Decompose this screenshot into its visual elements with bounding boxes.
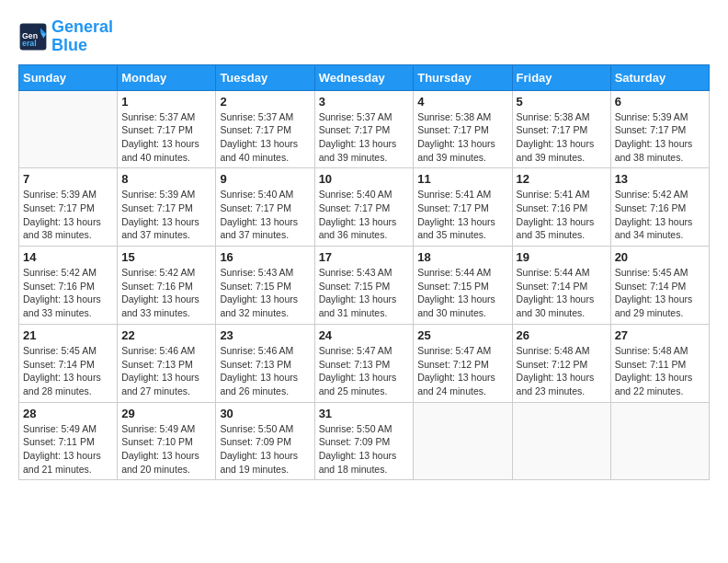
calendar-cell: 3Sunrise: 5:37 AMSunset: 7:17 PMDaylight… bbox=[314, 90, 414, 168]
day-info: Sunrise: 5:40 AMSunset: 7:17 PMDaylight:… bbox=[220, 188, 310, 242]
calendar-cell: 4Sunrise: 5:38 AMSunset: 7:17 PMDaylight… bbox=[414, 90, 512, 168]
calendar-cell: 28Sunrise: 5:49 AMSunset: 7:11 PMDayligh… bbox=[19, 402, 118, 480]
day-number: 27 bbox=[615, 328, 705, 342]
day-info: Sunrise: 5:48 AMSunset: 7:12 PMDaylight:… bbox=[517, 344, 607, 398]
day-number: 22 bbox=[121, 328, 211, 342]
day-info: Sunrise: 5:39 AMSunset: 7:17 PMDaylight:… bbox=[23, 188, 113, 242]
calendar-header: SundayMondayTuesdayWednesdayThursdayFrid… bbox=[19, 64, 710, 90]
day-info: Sunrise: 5:50 AMSunset: 7:09 PMDaylight:… bbox=[319, 422, 410, 477]
calendar-cell: 25Sunrise: 5:47 AMSunset: 7:12 PMDayligh… bbox=[414, 324, 512, 402]
calendar-cell: 1Sunrise: 5:37 AMSunset: 7:17 PMDaylight… bbox=[118, 90, 216, 168]
day-number: 24 bbox=[319, 328, 410, 342]
calendar-cell bbox=[512, 402, 610, 480]
calendar-cell: 12Sunrise: 5:41 AMSunset: 7:16 PMDayligh… bbox=[512, 168, 610, 247]
calendar-cell: 10Sunrise: 5:40 AMSunset: 7:17 PMDayligh… bbox=[314, 168, 414, 247]
day-info: Sunrise: 5:40 AMSunset: 7:17 PMDaylight:… bbox=[319, 188, 410, 242]
day-info: Sunrise: 5:43 AMSunset: 7:15 PMDaylight:… bbox=[220, 266, 310, 320]
calendar-cell: 30Sunrise: 5:50 AMSunset: 7:09 PMDayligh… bbox=[216, 402, 314, 480]
svg-text:eral: eral bbox=[22, 39, 37, 48]
weekday-header: Wednesday bbox=[314, 64, 414, 90]
weekday-header: Friday bbox=[512, 64, 610, 90]
logo: Gen eral GeneralBlue bbox=[18, 18, 113, 55]
calendar-cell: 22Sunrise: 5:46 AMSunset: 7:13 PMDayligh… bbox=[118, 324, 216, 402]
day-info: Sunrise: 5:44 AMSunset: 7:15 PMDaylight:… bbox=[417, 266, 507, 320]
calendar-cell: 7Sunrise: 5:39 AMSunset: 7:17 PMDaylight… bbox=[19, 168, 118, 247]
day-number: 13 bbox=[615, 172, 705, 186]
weekday-header: Tuesday bbox=[216, 64, 314, 90]
day-info: Sunrise: 5:37 AMSunset: 7:17 PMDaylight:… bbox=[121, 110, 211, 165]
day-number: 29 bbox=[121, 407, 211, 420]
day-number: 31 bbox=[319, 407, 410, 420]
day-info: Sunrise: 5:37 AMSunset: 7:17 PMDaylight:… bbox=[220, 110, 310, 165]
day-number: 5 bbox=[517, 95, 607, 109]
day-number: 28 bbox=[23, 407, 113, 420]
day-info: Sunrise: 5:41 AMSunset: 7:16 PMDaylight:… bbox=[517, 188, 607, 242]
calendar-cell bbox=[414, 402, 512, 480]
day-info: Sunrise: 5:38 AMSunset: 7:17 PMDaylight:… bbox=[517, 110, 607, 165]
day-number: 1 bbox=[121, 95, 211, 109]
weekday-header: Saturday bbox=[610, 64, 709, 90]
calendar-cell: 5Sunrise: 5:38 AMSunset: 7:17 PMDaylight… bbox=[512, 90, 610, 168]
calendar-cell: 11Sunrise: 5:41 AMSunset: 7:17 PMDayligh… bbox=[414, 168, 512, 247]
calendar-cell: 24Sunrise: 5:47 AMSunset: 7:13 PMDayligh… bbox=[314, 324, 414, 402]
day-number: 16 bbox=[220, 250, 310, 264]
calendar-cell: 2Sunrise: 5:37 AMSunset: 7:17 PMDaylight… bbox=[216, 90, 314, 168]
calendar-cell bbox=[19, 90, 118, 168]
day-number: 20 bbox=[615, 250, 705, 264]
day-info: Sunrise: 5:50 AMSunset: 7:09 PMDaylight:… bbox=[220, 422, 310, 477]
weekday-header: Thursday bbox=[414, 64, 512, 90]
day-info: Sunrise: 5:39 AMSunset: 7:17 PMDaylight:… bbox=[121, 188, 211, 242]
day-number: 17 bbox=[319, 250, 410, 264]
day-number: 26 bbox=[517, 328, 607, 342]
weekday-header: Monday bbox=[118, 64, 216, 90]
day-info: Sunrise: 5:39 AMSunset: 7:17 PMDaylight:… bbox=[615, 110, 705, 165]
day-info: Sunrise: 5:41 AMSunset: 7:17 PMDaylight:… bbox=[417, 188, 507, 242]
calendar-cell: 18Sunrise: 5:44 AMSunset: 7:15 PMDayligh… bbox=[414, 247, 512, 325]
day-number: 14 bbox=[23, 250, 113, 264]
day-info: Sunrise: 5:49 AMSunset: 7:10 PMDaylight:… bbox=[121, 422, 211, 477]
day-info: Sunrise: 5:46 AMSunset: 7:13 PMDaylight:… bbox=[121, 344, 211, 398]
day-info: Sunrise: 5:45 AMSunset: 7:14 PMDaylight:… bbox=[23, 344, 113, 398]
logo-icon: Gen eral bbox=[18, 22, 48, 52]
day-info: Sunrise: 5:42 AMSunset: 7:16 PMDaylight:… bbox=[23, 266, 113, 320]
day-info: Sunrise: 5:47 AMSunset: 7:12 PMDaylight:… bbox=[417, 344, 507, 398]
calendar-week-row: 7Sunrise: 5:39 AMSunset: 7:17 PMDaylight… bbox=[19, 168, 710, 247]
day-info: Sunrise: 5:37 AMSunset: 7:17 PMDaylight:… bbox=[319, 110, 410, 165]
logo-text: GeneralBlue bbox=[51, 18, 113, 55]
calendar-cell: 9Sunrise: 5:40 AMSunset: 7:17 PMDaylight… bbox=[216, 168, 314, 247]
day-info: Sunrise: 5:38 AMSunset: 7:17 PMDaylight:… bbox=[417, 110, 507, 165]
day-number: 2 bbox=[220, 95, 310, 109]
day-number: 11 bbox=[417, 172, 507, 186]
day-info: Sunrise: 5:43 AMSunset: 7:15 PMDaylight:… bbox=[319, 266, 410, 320]
weekday-header: Sunday bbox=[19, 64, 118, 90]
calendar-cell: 16Sunrise: 5:43 AMSunset: 7:15 PMDayligh… bbox=[216, 247, 314, 325]
calendar-cell: 29Sunrise: 5:49 AMSunset: 7:10 PMDayligh… bbox=[118, 402, 216, 480]
calendar-week-row: 28Sunrise: 5:49 AMSunset: 7:11 PMDayligh… bbox=[19, 402, 710, 480]
day-number: 9 bbox=[220, 172, 310, 186]
calendar-cell: 31Sunrise: 5:50 AMSunset: 7:09 PMDayligh… bbox=[314, 402, 414, 480]
calendar-cell: 27Sunrise: 5:48 AMSunset: 7:11 PMDayligh… bbox=[610, 324, 709, 402]
day-number: 18 bbox=[417, 250, 507, 264]
day-info: Sunrise: 5:44 AMSunset: 7:14 PMDaylight:… bbox=[517, 266, 607, 320]
day-number: 21 bbox=[23, 328, 113, 342]
day-info: Sunrise: 5:48 AMSunset: 7:11 PMDaylight:… bbox=[615, 344, 705, 398]
calendar-cell: 8Sunrise: 5:39 AMSunset: 7:17 PMDaylight… bbox=[118, 168, 216, 247]
calendar-cell: 14Sunrise: 5:42 AMSunset: 7:16 PMDayligh… bbox=[19, 247, 118, 325]
day-number: 3 bbox=[319, 95, 410, 109]
calendar-week-row: 14Sunrise: 5:42 AMSunset: 7:16 PMDayligh… bbox=[19, 247, 710, 325]
calendar-cell: 26Sunrise: 5:48 AMSunset: 7:12 PMDayligh… bbox=[512, 324, 610, 402]
calendar-cell: 21Sunrise: 5:45 AMSunset: 7:14 PMDayligh… bbox=[19, 324, 118, 402]
day-number: 23 bbox=[220, 328, 310, 342]
calendar-week-row: 1Sunrise: 5:37 AMSunset: 7:17 PMDaylight… bbox=[19, 90, 710, 168]
day-number: 30 bbox=[220, 407, 310, 420]
calendar-table: SundayMondayTuesdayWednesdayThursdayFrid… bbox=[18, 64, 710, 481]
calendar-cell: 23Sunrise: 5:46 AMSunset: 7:13 PMDayligh… bbox=[216, 324, 314, 402]
day-number: 19 bbox=[517, 250, 607, 264]
calendar-cell: 19Sunrise: 5:44 AMSunset: 7:14 PMDayligh… bbox=[512, 247, 610, 325]
day-number: 8 bbox=[121, 172, 211, 186]
calendar-cell: 13Sunrise: 5:42 AMSunset: 7:16 PMDayligh… bbox=[610, 168, 709, 247]
calendar-cell: 17Sunrise: 5:43 AMSunset: 7:15 PMDayligh… bbox=[314, 247, 414, 325]
day-number: 6 bbox=[615, 95, 705, 109]
day-info: Sunrise: 5:42 AMSunset: 7:16 PMDaylight:… bbox=[615, 188, 705, 242]
day-number: 4 bbox=[417, 95, 507, 109]
